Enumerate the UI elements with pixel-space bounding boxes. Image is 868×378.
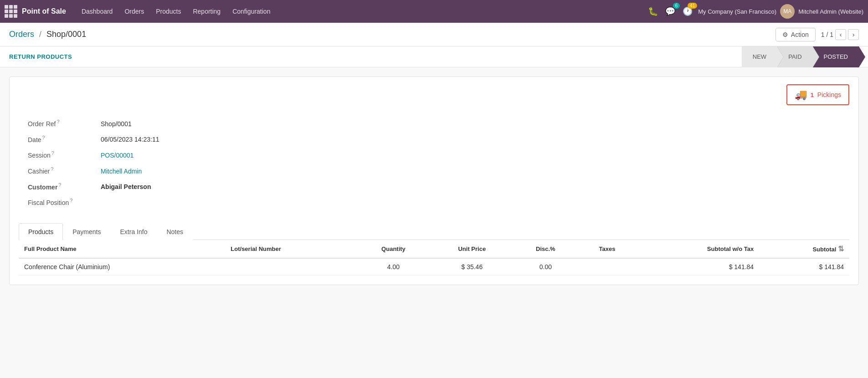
tab-notes[interactable]: Notes (157, 223, 193, 240)
session-label: Session? (28, 150, 101, 159)
nav-products[interactable]: Products (150, 5, 186, 18)
cashier-label: Cashier? (28, 166, 101, 175)
breadcrumb-separator: / (39, 30, 41, 39)
order-ref-value: Shop/0001 (101, 120, 132, 128)
app-grid-icon[interactable] (5, 5, 17, 18)
date-row: Date? 06/05/2023 14:23:11 (28, 135, 840, 143)
bug-icon-btn[interactable]: 🐛 (646, 5, 660, 18)
status-steps: NEW PAID POSTED (742, 46, 859, 67)
pickings-count: 1 (811, 92, 814, 98)
step-new[interactable]: NEW (742, 46, 777, 67)
col-product-name: Full Product Name (19, 240, 225, 258)
date-label: Date? (28, 135, 101, 143)
cell-unit-price: $ 35.46 (431, 258, 513, 276)
step-posted-label: POSTED (824, 53, 848, 60)
col-taxes: Taxes (578, 240, 637, 258)
table-section: Full Product Name Lot/serial Number Quan… (10, 240, 858, 285)
col-subtotal-notax: Subtotal w/o Tax (636, 240, 759, 258)
col-unit-price: Unit Price (431, 240, 513, 258)
order-ref-row: Order Ref? Shop/0001 (28, 119, 840, 128)
nav-dashboard[interactable]: Dashboard (76, 5, 118, 18)
date-value: 06/05/2023 14:23:11 (101, 136, 159, 143)
top-navigation: Point of Sale Dashboard Orders Products … (0, 0, 868, 23)
pickings-section: 🚚 1 Pickings (10, 77, 858, 110)
tab-products[interactable]: Products (19, 223, 63, 240)
chat-icon: 💬 (665, 7, 675, 16)
company-name: My Company (San Francisco) (698, 8, 776, 15)
nav-reporting[interactable]: Reporting (187, 5, 226, 18)
status-bar: RETURN PRODUCTS NEW PAID POSTED (0, 46, 868, 67)
cell-subtotal-notax: $ 141.84 (636, 258, 759, 276)
tabs-bar: Products Payments Extra Info Notes (19, 223, 849, 240)
cell-lot-serial (225, 258, 356, 276)
cashier-value[interactable]: Mitchell Admin (101, 168, 142, 175)
form-section: Order Ref? Shop/0001 Date? 06/05/2023 14… (10, 110, 858, 223)
table-header-row: Full Product Name Lot/serial Number Quan… (19, 240, 849, 258)
col-lot-serial: Lot/serial Number (225, 240, 356, 258)
col-adjust-icon[interactable]: ⇅ (838, 245, 844, 253)
session-value[interactable]: POS/00001 (101, 152, 134, 159)
fiscal-row: Fiscal Position? (28, 198, 840, 206)
prev-page-button[interactable]: ‹ (835, 29, 846, 40)
cell-subtotal: $ 141.84 (759, 258, 849, 276)
breadcrumb-parent[interactable]: Orders (9, 30, 34, 39)
app-brand[interactable]: Point of Sale (22, 7, 66, 15)
action-label: Action (791, 31, 809, 38)
action-right: ⚙ Action 1 / 1 ‹ › (776, 28, 859, 41)
col-disc: Disc.% (513, 240, 578, 258)
tab-extra-info[interactable]: Extra Info (111, 223, 157, 240)
main-content: 🚚 1 Pickings Order Ref? Shop/0001 Date? … (0, 67, 868, 294)
step-new-label: NEW (753, 53, 766, 60)
activity-badge: 41 (688, 3, 697, 9)
cell-disc: 0.00 (513, 258, 578, 276)
pickings-button[interactable]: 🚚 1 Pickings (786, 84, 849, 105)
bug-icon: 🐛 (648, 7, 658, 16)
nav-links: Dashboard Orders Products Reporting Conf… (76, 5, 643, 18)
nav-right: 🐛 💬 6 🕐 41 My Company (San Francisco) MA… (646, 4, 863, 19)
chat-icon-btn[interactable]: 💬 6 (663, 5, 677, 18)
customer-label: Customer? (28, 182, 101, 191)
order-ref-label: Order Ref? (28, 119, 101, 128)
pickings-label: Pickings (817, 91, 841, 98)
breadcrumb: Orders / Shop/0001 (9, 30, 776, 39)
nav-orders[interactable]: Orders (119, 5, 149, 18)
gear-icon: ⚙ (782, 31, 788, 38)
breadcrumb-current: Shop/0001 (46, 30, 86, 39)
content-card: 🚚 1 Pickings Order Ref? Shop/0001 Date? … (9, 77, 859, 285)
action-bar: Orders / Shop/0001 ⚙ Action 1 / 1 ‹ › (0, 23, 868, 46)
col-subtotal: Subtotal ⇅ (759, 240, 849, 258)
products-table: Full Product Name Lot/serial Number Quan… (19, 240, 849, 276)
cashier-row: Cashier? Mitchell Admin (28, 166, 840, 175)
activity-icon-btn[interactable]: 🕐 41 (681, 5, 694, 18)
col-quantity: Quantity (356, 240, 431, 258)
step-paid-label: PAID (788, 53, 801, 60)
avatar-initials: MA (783, 8, 791, 15)
action-button[interactable]: ⚙ Action (776, 28, 816, 41)
fiscal-label: Fiscal Position? (28, 198, 101, 206)
customer-value: Abigail Peterson (101, 183, 151, 190)
cell-product-name: Conference Chair (Aluminium) (19, 258, 225, 276)
user-avatar[interactable]: MA (780, 4, 795, 19)
session-row: Session? POS/00001 (28, 150, 840, 159)
user-name: Mitchell Admin (Website) (798, 8, 863, 15)
page-info: 1 / 1 (821, 31, 833, 38)
step-posted[interactable]: POSTED (813, 46, 859, 67)
return-products-button[interactable]: RETURN PRODUCTS (9, 53, 72, 60)
cell-quantity: 4.00 (356, 258, 431, 276)
nav-configuration[interactable]: Configuration (227, 5, 276, 18)
customer-row: Customer? Abigail Peterson (28, 182, 840, 191)
cell-taxes (578, 258, 637, 276)
table-row: Conference Chair (Aluminium) 4.00 $ 35.4… (19, 258, 849, 276)
chat-badge: 6 (673, 3, 680, 9)
tab-payments[interactable]: Payments (63, 223, 110, 240)
next-page-button[interactable]: › (848, 29, 859, 40)
page-navigation: 1 / 1 ‹ › (821, 29, 859, 40)
truck-icon: 🚚 (795, 89, 807, 101)
